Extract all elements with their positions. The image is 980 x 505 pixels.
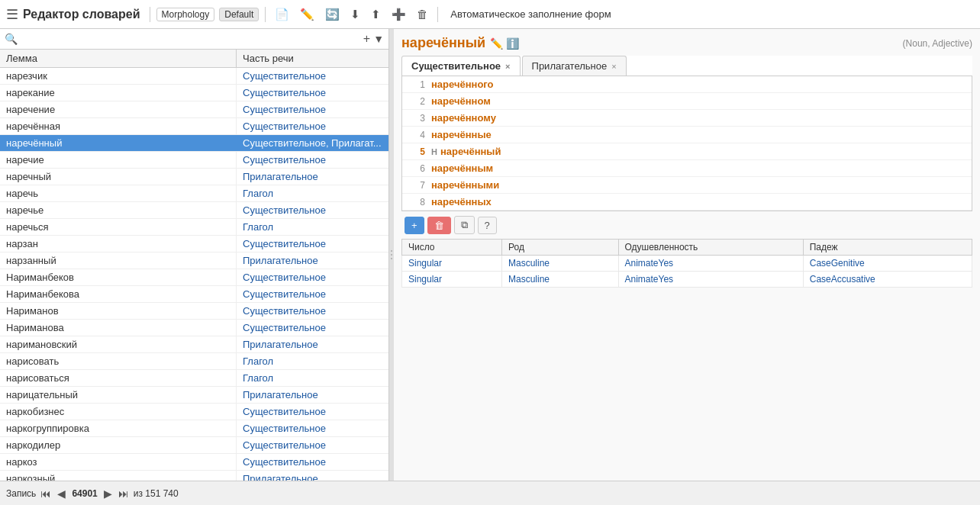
app-title: Редактор словарей [23, 8, 140, 21]
lemma-cell: Нариманов [0, 303, 237, 319]
search-icon: 🔍 [5, 33, 18, 45]
table-row[interactable]: нарисоватьГлагол [0, 353, 388, 370]
auto-fill-label: Автоматическое заполнение форм [450, 8, 611, 20]
right-header: наречённый ✏️ ℹ️ (Noun, Adjective) [401, 35, 972, 51]
badge-morphology[interactable]: Morphology [156, 8, 215, 21]
props-row[interactable]: SingularMasculineAnimateYesCaseAccusativ… [402, 272, 972, 288]
table-row[interactable]: наркогруппировкаСуществительное [0, 420, 388, 437]
search-filter-button[interactable]: ▼ [373, 33, 384, 45]
toolbar-edit-btn[interactable]: ✏️ [297, 6, 318, 23]
form-row-number: 3 [408, 113, 425, 124]
forms-area: 1наречённого2наречённом3наречённому4наре… [401, 76, 972, 211]
table-row[interactable]: наркодилерСуществительное [0, 437, 388, 454]
form-row-n-label: Н [431, 147, 437, 156]
table-row[interactable]: НаримановаСуществительное [0, 320, 388, 336]
table-row[interactable]: наречьГлагол [0, 185, 388, 202]
lemma-cell: Нариманбеков [0, 269, 237, 285]
search-input[interactable] [21, 34, 360, 45]
tab-close-icon[interactable]: × [611, 62, 616, 71]
pos-cell: Существительное [237, 420, 388, 436]
table-row[interactable]: наречьеСуществительное [0, 202, 388, 219]
form-row[interactable]: 3наречённому [402, 110, 972, 127]
lemma-cell: Нариманбекова [0, 286, 237, 302]
col-pos-header: Часть речи [237, 50, 388, 67]
form-copy-button[interactable]: ⧉ [454, 216, 475, 234]
table-row[interactable]: наркозСуществительное [0, 454, 388, 471]
badge-default[interactable]: Default [219, 8, 259, 21]
lemma-cell: нарекание [0, 85, 237, 101]
form-row[interactable]: 8наречённых [402, 194, 972, 211]
pos-cell: Существительное [237, 404, 388, 420]
toolbar-save-btn[interactable]: 📄 [272, 6, 292, 23]
tab-close-icon[interactable]: × [505, 62, 510, 71]
table-row[interactable]: наречённаяСуществительное [0, 118, 388, 135]
toolbar-add-btn[interactable]: ➕ [388, 6, 409, 23]
form-row[interactable]: 2наречённом [402, 93, 972, 110]
pos-cell: Существительное [237, 320, 388, 336]
form-add-button[interactable]: + [405, 217, 424, 234]
toolbar-sep-2 [265, 7, 266, 22]
nav-next-button[interactable]: ▶ [102, 487, 114, 500]
form-row[interactable]: 5Ннаречённый [402, 143, 972, 160]
form-help-button[interactable]: ? [478, 217, 497, 234]
tab-0[interactable]: Существительное× [401, 56, 521, 76]
pos-cell: Глагол [237, 219, 388, 235]
table-row[interactable]: нарисоватьсяГлагол [0, 370, 388, 387]
right-panel: наречённый ✏️ ℹ️ (Noun, Adjective) Сущес… [394, 29, 980, 481]
table-row[interactable]: наркозныйПрилагательное [0, 471, 388, 481]
entry-edit-button[interactable]: ✏️ [490, 37, 503, 50]
nav-first-button[interactable]: ⏮ [39, 487, 53, 500]
tab-1[interactable]: Прилагательное× [522, 56, 627, 76]
form-value: наречённые [431, 129, 492, 140]
props-row[interactable]: SingularMasculineAnimateYesCaseGenitive [402, 256, 972, 272]
entry-info-button[interactable]: ℹ️ [506, 37, 519, 50]
table-row[interactable]: нарзанСуществительное [0, 236, 388, 252]
table-row[interactable]: наречениеСуществительное [0, 101, 388, 118]
table-row[interactable]: НариманбековСуществительное [0, 269, 388, 286]
table-row[interactable]: нариманoвскийПрилагательное [0, 336, 388, 353]
form-del-button[interactable]: 🗑 [427, 217, 451, 234]
lemma-cell: нарисовать [0, 353, 237, 369]
lemma-cell: наречение [0, 101, 237, 117]
lemma-cell: наречённая [0, 118, 237, 134]
pos-cell: Существительное, Прилагат... [237, 135, 388, 151]
form-value: наречённый [440, 146, 501, 157]
table-row[interactable]: НариманбековаСуществительное [0, 286, 388, 303]
tab-label: Прилагательное [532, 60, 608, 72]
toolbar-upload-btn[interactable]: ⬆ [368, 6, 384, 23]
pos-cell: Существительное [237, 269, 388, 285]
form-row[interactable]: 6наречённым [402, 160, 972, 177]
table-row[interactable]: наречьсяГлагол [0, 219, 388, 236]
menu-icon[interactable]: ☰ [6, 6, 18, 23]
lemma-cell: наречный [0, 169, 237, 185]
table-row[interactable]: наречныйПрилагательное [0, 169, 388, 185]
table-row[interactable]: наркобизнесСуществительное [0, 404, 388, 420]
table-row[interactable]: НаримановСуществительное [0, 303, 388, 320]
table-row[interactable]: нарицательныйПрилагательное [0, 387, 388, 404]
nav-prev-button[interactable]: ◀ [56, 487, 67, 500]
table-row[interactable]: наречиеСуществительное [0, 152, 388, 169]
toolbar-refresh-btn[interactable]: 🔄 [322, 6, 343, 23]
form-row[interactable]: 7наречёнными [402, 177, 972, 194]
nav-last-button[interactable]: ⏭ [117, 487, 131, 500]
lemma-cell: нарезчик [0, 68, 237, 84]
lemma-cell: нарисоваться [0, 370, 237, 386]
toolbar-download-btn[interactable]: ⬇ [347, 6, 363, 23]
form-row[interactable]: 4наречённые [402, 127, 972, 143]
form-row[interactable]: 1наречённого [402, 76, 972, 93]
lemma-cell: нарзанный [0, 252, 237, 269]
pos-cell: Глагол [237, 370, 388, 386]
pos-cell: Прилагательное [237, 336, 388, 352]
table-row[interactable]: наречённыйСуществительное, Прилагат... [0, 135, 388, 152]
entry-type-meta: (Noun, Adjective) [903, 38, 972, 49]
toolbar-delete-btn[interactable]: 🗑 [414, 6, 431, 22]
pos-cell: Существительное [237, 202, 388, 218]
search-add-button[interactable]: + [363, 32, 370, 46]
table-row[interactable]: нарезчикСуществительное [0, 68, 388, 85]
table-row[interactable]: нареканиеСуществительное [0, 85, 388, 101]
pos-cell: Прилагательное [237, 471, 388, 481]
pos-cell: Существительное [237, 437, 388, 453]
table-row[interactable]: нарзанныйПрилагательное [0, 252, 388, 269]
form-value: наречённом [431, 95, 491, 107]
props-col-animate: Одушевленность [618, 240, 803, 256]
